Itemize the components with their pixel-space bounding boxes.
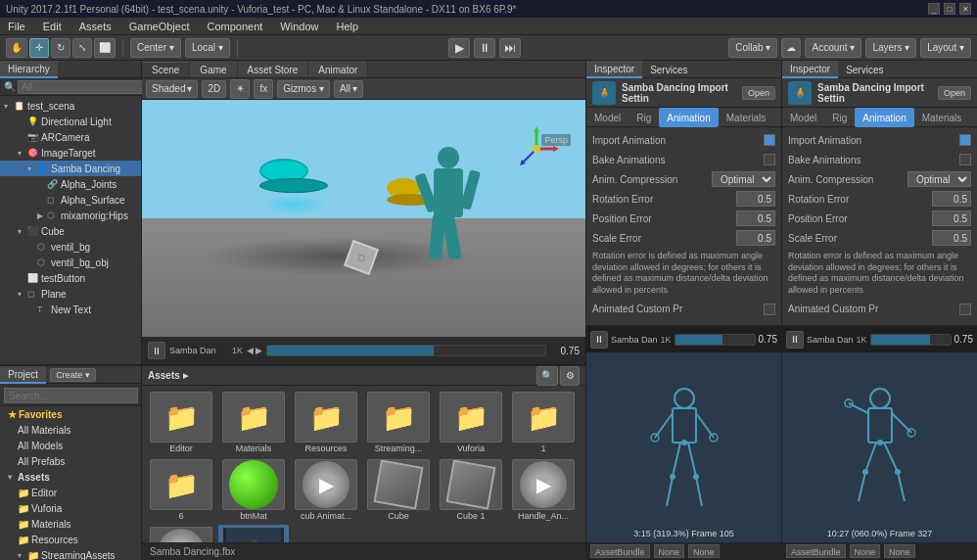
account-dropdown[interactable]: Account ▾ (805, 38, 861, 58)
asset-6[interactable]: 📁 6 (146, 457, 216, 523)
collab-button[interactable]: Collab ▾ (728, 38, 777, 58)
layout-dropdown[interactable]: Layout ▾ (920, 38, 971, 58)
tab-materials-1[interactable]: Materials (719, 108, 774, 127)
insp-timeline-bar-1[interactable] (675, 334, 756, 346)
tree-item-directional-light[interactable]: 💡 Directional Light (0, 114, 141, 129)
position-error-input[interactable] (736, 210, 775, 226)
center-dropdown[interactable]: Center ▾ (130, 38, 181, 58)
menu-component[interactable]: Component (203, 21, 266, 32)
local-dropdown[interactable]: Local ▾ (185, 38, 230, 58)
import-animation-check-2[interactable] (959, 134, 971, 146)
rect-tool[interactable]: ⬜ (94, 38, 116, 58)
asset-cube1[interactable]: Cube 1 (436, 457, 506, 523)
search-assets-icon[interactable]: 🔍 (536, 366, 558, 386)
bake-animations-check[interactable] (764, 154, 775, 165)
hand-tool[interactable]: ✋ (6, 38, 27, 58)
tree-streaming[interactable]: ▾ 📁 StreamingAssets (0, 547, 141, 560)
tree-resources[interactable]: 📁 Resources (0, 532, 141, 547)
open-button-2[interactable]: Open (938, 86, 971, 100)
import-animation-check[interactable] (764, 134, 775, 146)
all-dropdown[interactable]: All ▾ (334, 80, 363, 98)
maximize-button[interactable]: □ (944, 3, 955, 15)
minimize-button[interactable]: _ (928, 3, 940, 15)
insp-pause-btn-2[interactable]: ⏸ (786, 331, 804, 349)
tab-model-2[interactable]: Model (782, 108, 824, 127)
rotation-error-input[interactable] (736, 191, 775, 207)
project-search-input[interactable] (4, 388, 138, 403)
asset-materials[interactable]: 📁 Materials (218, 390, 289, 455)
gizmos-dropdown[interactable]: Gizmos ▾ (277, 80, 330, 98)
tree-item-alpha-surface[interactable]: ◻ Alpha_Surface (0, 192, 141, 208)
scale-error-input[interactable] (736, 230, 775, 246)
tree-item-scene[interactable]: ▾ 📋 test_scena (0, 98, 141, 114)
scene-canvas[interactable]: ☐ (142, 100, 585, 364)
asset-new-animat[interactable]: ▶ New Animat... (146, 525, 216, 542)
insp-pause-btn-1[interactable]: ⏸ (590, 331, 608, 349)
asset-handle-an[interactable]: ▶ Handle_An... (508, 457, 579, 523)
assets-options-icon[interactable]: ⚙ (560, 366, 580, 386)
tree-item-cube[interactable]: ▾ ⬛ Cube (0, 223, 141, 239)
tree-item-imagetarget[interactable]: ▾ 🎯 ImageTarget (0, 145, 141, 161)
tree-favorites[interactable]: ★ Favorites (0, 406, 141, 422)
scene-gizmo[interactable] (512, 124, 561, 173)
menu-edit[interactable]: Edit (39, 21, 66, 32)
open-button-1[interactable]: Open (742, 86, 775, 100)
animated-custom-check-2[interactable] (959, 303, 971, 315)
tab-model-1[interactable]: Model (586, 108, 628, 127)
asset-1[interactable]: 📁 1 (508, 390, 579, 455)
asset-editor[interactable]: 📁 Editor (146, 390, 216, 455)
tab-rig-1[interactable]: Rig (628, 108, 659, 127)
hierarchy-search-input[interactable] (18, 80, 150, 94)
position-error-input-2[interactable] (932, 210, 971, 226)
asset-streaming[interactable]: 📁 Streaming... (363, 390, 434, 455)
menu-assets[interactable]: Assets (75, 21, 116, 32)
2d-button[interactable]: 2D (202, 80, 226, 98)
rotate-tool[interactable]: ↻ (51, 38, 70, 58)
menu-gameobject[interactable]: GameObject (125, 21, 194, 32)
scale-tool[interactable]: ⤡ (72, 38, 92, 58)
tab-hierarchy[interactable]: Hierarchy (0, 61, 58, 78)
tab-rig-2[interactable]: Rig (824, 108, 855, 127)
tree-item-mixamorig[interactable]: ▶ ⬡ mixamorig:Hips (0, 208, 141, 223)
insp-timeline-bar-2[interactable] (870, 334, 952, 346)
tree-assets-folder[interactable]: ▾ Assets (0, 469, 141, 485)
create-button[interactable]: Create ▾ (50, 368, 96, 382)
tree-materials[interactable]: 📁 Materials (0, 516, 141, 532)
tab-services-1[interactable]: Services (642, 61, 695, 78)
tree-all-prefabs[interactable]: All Prefabs (0, 453, 141, 469)
tree-editor[interactable]: 📁 Editor (0, 485, 141, 500)
play-button[interactable]: ▶ (448, 38, 470, 58)
asset-cube-mesh[interactable]: Cube (363, 457, 434, 523)
tab-materials-2[interactable]: Materials (914, 108, 970, 127)
animated-custom-check[interactable] (764, 303, 775, 315)
tl-prev-icon[interactable]: ◀ (247, 346, 254, 355)
asset-btnmat[interactable]: btnMat (218, 457, 289, 523)
scale-error-input-2[interactable] (932, 230, 971, 246)
tree-vuforia[interactable]: 📁 Vuforia (0, 500, 141, 516)
tree-item-ventil-bg[interactable]: ⬡ ventil_bg (0, 239, 141, 255)
tree-item-samba-dancing[interactable]: ▾ 👤 Samba Dancing (0, 161, 141, 176)
tree-all-models[interactable]: All Models (0, 438, 141, 453)
anim-compression-dropdown-2[interactable]: Optimal (907, 171, 971, 187)
asset-resources[interactable]: 📁 Resources (291, 390, 361, 455)
menu-window[interactable]: Window (276, 21, 322, 32)
asset-vuforia[interactable]: 📁 Vuforia (436, 390, 506, 455)
tab-animation-2[interactable]: Animation (855, 108, 913, 127)
tree-item-ventil-bg-obj[interactable]: ⬡ ventil_bg_obj (0, 255, 141, 270)
tab-animator[interactable]: Animator (308, 62, 368, 77)
anim-compression-dropdown[interactable]: Optimal (712, 171, 775, 187)
tree-item-testbutton[interactable]: ⬜ testButton (0, 270, 141, 286)
tab-project[interactable]: Project (0, 366, 46, 384)
timeline-bar[interactable] (266, 345, 546, 356)
menu-help[interactable]: Help (332, 21, 362, 32)
tab-asset-store[interactable]: Asset Store (238, 62, 309, 77)
shaded-dropdown[interactable]: Shaded ▾ (146, 80, 198, 98)
menu-file[interactable]: File (4, 21, 29, 32)
tab-inspector-2[interactable]: Inspector (782, 61, 838, 78)
step-button[interactable]: ⏭ (499, 38, 521, 58)
tree-item-plane[interactable]: ▾ ◻ Plane (0, 286, 141, 302)
tree-item-alpha-joints[interactable]: 🔗 Alpha_Joints (0, 176, 141, 192)
cloud-button[interactable]: ☁ (781, 38, 801, 58)
close-button[interactable]: ✕ (959, 3, 971, 15)
tree-item-new-text[interactable]: T New Text (0, 302, 141, 317)
